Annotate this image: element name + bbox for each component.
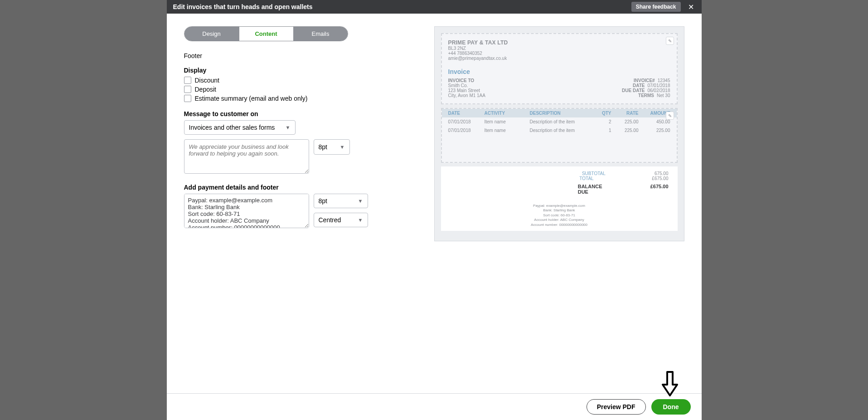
preview-panel: ✎ PRIME PAY & TAX LTD BL3 2NZ +44 788634… <box>434 14 702 393</box>
tab-design[interactable]: Design <box>184 27 239 41</box>
preview-totals-section: SUBTOTAL675.00 TOTAL£675.00 BALANCE DUE£… <box>441 166 678 231</box>
checkbox-estimate-label: Estimate summary (email and web only) <box>195 95 308 102</box>
tab-bar: Design Content Emails <box>184 26 348 41</box>
checkbox-icon <box>184 95 191 102</box>
checkbox-discount-label: Discount <box>195 77 219 84</box>
checkbox-deposit[interactable]: Deposit <box>184 86 417 93</box>
preview-email: amie@primepayandtax.co.uk <box>448 56 670 61</box>
tab-emails[interactable]: Emails <box>293 27 348 41</box>
footer-font-size-value: 8pt <box>319 197 327 205</box>
checkbox-estimate[interactable]: Estimate summary (email and web only) <box>184 95 417 102</box>
preview-line-table: DATE ACTIVITY DESCRIPTION QTY RATE AMOUN… <box>442 109 677 135</box>
message-font-size-select[interactable]: 8pt ▼ <box>314 139 350 155</box>
message-label: Message to customer on <box>184 110 417 117</box>
modal-header: Edit invoices that turn heads and open w… <box>167 0 702 14</box>
preview-billto-line: City, Avon M1 1AA <box>448 93 485 98</box>
footer-details-label: Add payment details and footer <box>184 184 417 191</box>
chevron-down-icon: ▼ <box>358 217 363 223</box>
chevron-down-icon: ▼ <box>340 144 345 150</box>
preview-pdf-button[interactable]: Preview PDF <box>587 399 646 415</box>
share-feedback-button[interactable]: Share feedback <box>631 2 681 12</box>
pencil-icon[interactable]: ✎ <box>666 112 674 120</box>
modal-footer: Preview PDF Done <box>167 393 702 420</box>
table-row: 07/01/2018Item nameDescription of the it… <box>442 117 677 126</box>
tab-content[interactable]: Content <box>239 27 293 41</box>
checkbox-discount[interactable]: Discount <box>184 77 417 84</box>
modal-title: Edit invoices that turn heads and open w… <box>173 3 313 10</box>
settings-panel: Design Content Emails Footer Display Dis… <box>167 14 434 393</box>
preview-billto-line: 123 Main Street <box>448 88 485 93</box>
footer-align-select[interactable]: Centred ▼ <box>314 213 368 227</box>
preview-lines-section[interactable]: ✎ DATE ACTIVITY DESCRIPTION QTY RATE AMO… <box>441 108 678 163</box>
checkbox-deposit-label: Deposit <box>195 86 216 93</box>
message-doc-select[interactable]: Invoices and other sales forms ▼ <box>184 120 296 135</box>
preview-billto-label: INVOICE TO <box>448 78 485 83</box>
preview-invoice-title: Invoice <box>448 68 670 75</box>
preview-phone: +44 7886340352 <box>448 51 670 56</box>
footer-heading: Footer <box>184 52 417 59</box>
footer-textarea[interactable]: Paypal: example@example.com Bank: Starli… <box>184 194 309 228</box>
table-row: 07/01/2018Item nameDescription of the it… <box>442 126 677 135</box>
pencil-icon[interactable]: ✎ <box>666 37 674 45</box>
message-doc-select-value: Invoices and other sales forms <box>189 124 275 131</box>
checkbox-icon <box>184 77 191 84</box>
chevron-down-icon: ▼ <box>358 198 363 204</box>
chevron-down-icon: ▼ <box>286 125 291 130</box>
preview-header-section[interactable]: ✎ PRIME PAY & TAX LTD BL3 2NZ +44 788634… <box>441 33 678 104</box>
done-button[interactable]: Done <box>651 399 691 415</box>
table-header: DATE ACTIVITY DESCRIPTION QTY RATE AMOUN… <box>442 109 677 117</box>
preview-addr1: BL3 2NZ <box>448 46 670 51</box>
footer-align-value: Centred <box>319 216 341 224</box>
display-label: Display <box>184 67 417 74</box>
invoice-preview: ✎ PRIME PAY & TAX LTD BL3 2NZ +44 788634… <box>434 26 684 241</box>
preview-billto-line: Smith Co. <box>448 83 485 88</box>
close-icon[interactable]: ✕ <box>687 3 695 11</box>
preview-footer-text: Paypal: example@example.com Bank: Starli… <box>441 197 678 231</box>
message-font-size-value: 8pt <box>319 143 327 151</box>
message-textarea[interactable] <box>184 139 309 174</box>
checkbox-icon <box>184 86 191 93</box>
preview-company: PRIME PAY & TAX LTD <box>448 39 670 46</box>
footer-font-size-select[interactable]: 8pt ▼ <box>314 194 368 208</box>
invoice-editor-modal: Edit invoices that turn heads and open w… <box>167 0 702 420</box>
